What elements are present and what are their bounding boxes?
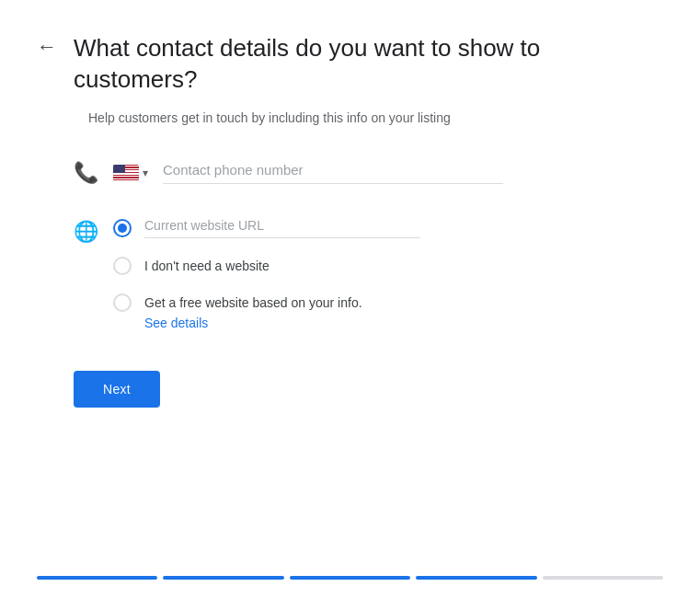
progress-segment-3	[290, 576, 410, 580]
page-subtitle: Help customers get in touch by including…	[88, 109, 530, 128]
phone-icon: 📞	[74, 161, 98, 185]
option-free-website: Get a free website based on your info. S…	[113, 293, 663, 330]
progress-bar	[37, 576, 663, 580]
us-flag-icon	[113, 165, 139, 181]
progress-segment-4	[416, 576, 536, 580]
website-section: 🌐 I don't need a website Get a free webs…	[74, 218, 663, 330]
radio-no-website[interactable]	[113, 257, 132, 275]
progress-segment-2	[163, 576, 283, 580]
back-arrow-icon[interactable]: ←	[37, 35, 57, 59]
see-details-link[interactable]: See details	[144, 316, 663, 330]
no-website-label: I don't need a website	[144, 259, 270, 273]
radio-inner-dot	[118, 224, 127, 233]
website-radio-group: I don't need a website Get a free websit…	[113, 218, 663, 330]
free-website-row[interactable]: Get a free website based on your info.	[113, 293, 663, 312]
radio-free-website[interactable]	[113, 293, 132, 312]
globe-icon: 🌐	[74, 220, 98, 244]
country-dropdown-arrow: ▾	[143, 167, 148, 179]
header-row: ← What contact details do you want to sh…	[37, 33, 663, 96]
radio-current-website[interactable]	[113, 219, 132, 237]
website-url-input[interactable]	[144, 218, 420, 238]
country-selector[interactable]: ▾	[113, 165, 148, 181]
next-button[interactable]: Next	[74, 371, 160, 408]
progress-segment-5	[543, 576, 663, 580]
page-container: ← What contact details do you want to sh…	[0, 0, 700, 598]
phone-input[interactable]	[163, 162, 503, 184]
option-current-website[interactable]	[113, 218, 663, 238]
progress-segment-1	[37, 576, 157, 580]
free-website-label: Get a free website based on your info.	[144, 295, 362, 310]
page-title: What contact details do you want to show…	[74, 33, 589, 96]
option-no-website[interactable]: I don't need a website	[113, 257, 663, 275]
phone-section: 📞	[74, 161, 663, 185]
